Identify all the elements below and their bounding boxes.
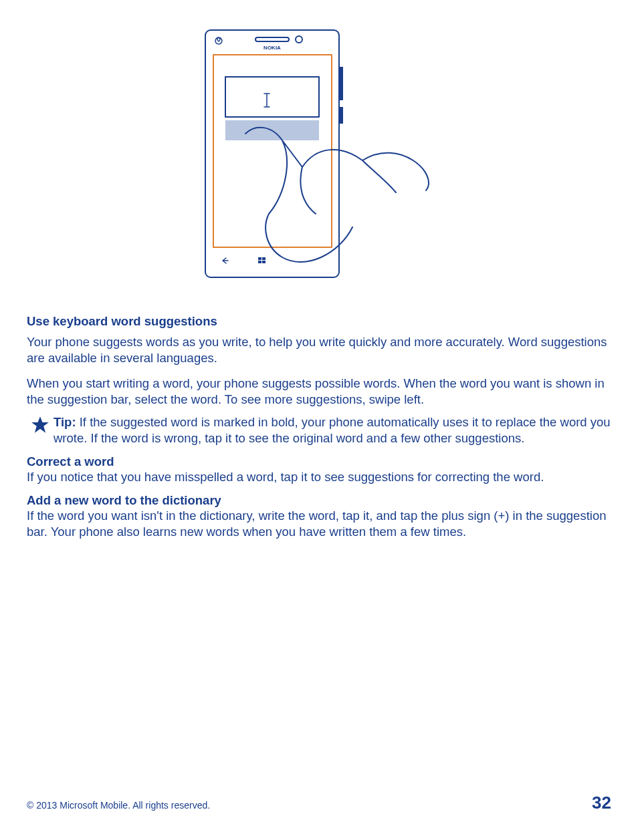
tip-body: If the suggested word is marked in bold,… bbox=[54, 415, 611, 445]
svg-point-4 bbox=[296, 36, 302, 43]
tip-text: Tip: If the suggested word is marked in … bbox=[54, 414, 611, 446]
heading-add-word: Add a new word to the dictionary bbox=[27, 493, 611, 508]
svg-marker-12 bbox=[31, 416, 49, 433]
svg-rect-5 bbox=[213, 55, 332, 247]
svg-rect-0 bbox=[205, 30, 339, 277]
phone-brand-label: NOKIA bbox=[263, 45, 281, 51]
svg-rect-2 bbox=[340, 107, 343, 124]
star-icon bbox=[27, 414, 54, 434]
body-correct-word: If you notice that you have misspelled a… bbox=[27, 469, 611, 485]
page-footer: © 2013 Microsoft Mobile. All rights rese… bbox=[27, 793, 611, 813]
svg-rect-11 bbox=[262, 261, 265, 263]
phone-illustration: NOKIA bbox=[199, 27, 439, 294]
page-number: 32 bbox=[592, 793, 611, 813]
svg-rect-10 bbox=[258, 261, 261, 263]
svg-rect-1 bbox=[340, 67, 343, 100]
para-howto: When you start writing a word, your phon… bbox=[27, 376, 611, 408]
para-intro: Your phone suggests words as you write, … bbox=[27, 334, 611, 366]
svg-rect-6 bbox=[225, 77, 319, 117]
tip-label: Tip: bbox=[54, 415, 76, 429]
heading-correct-word: Correct a word bbox=[27, 454, 611, 469]
tip-block: Tip: If the suggested word is marked in … bbox=[27, 414, 611, 446]
svg-rect-3 bbox=[255, 37, 289, 41]
heading-use-keyboard: Use keyboard word suggestions bbox=[27, 314, 611, 329]
svg-rect-8 bbox=[258, 257, 261, 260]
copyright-text: © 2013 Microsoft Mobile. All rights rese… bbox=[27, 800, 210, 811]
body-add-word: If the word you want isn't in the dictio… bbox=[27, 508, 611, 540]
svg-rect-9 bbox=[262, 257, 265, 260]
